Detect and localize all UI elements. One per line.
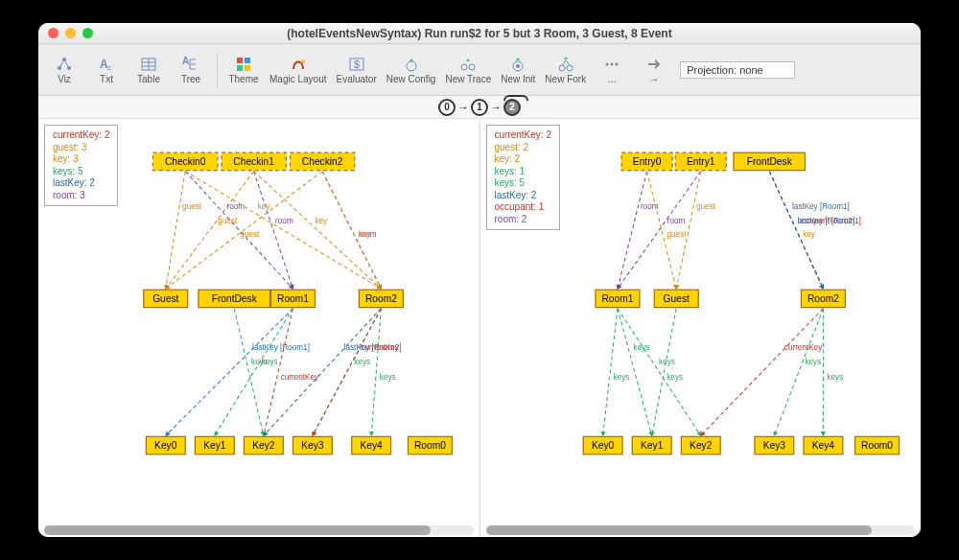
- legend-row-key: key: 3: [53, 153, 109, 166]
- edge-lastKey: [769, 172, 823, 290]
- toolbar-new-config-button[interactable]: New Config: [383, 47, 440, 93]
- edge-room: [617, 172, 700, 290]
- node-label-Room0: Room0: [861, 440, 893, 451]
- legend-right: currentKey: 2guest: 2key: 2keys: 1keys: …: [486, 125, 560, 230]
- scrollbar-h-left[interactable]: [44, 525, 474, 535]
- toolbar-magic-layout-button[interactable]: Magic Layout: [266, 47, 330, 93]
- node-label-Key1: Key1: [641, 440, 664, 451]
- edge-keys: [774, 309, 823, 436]
- svg-point-0: [62, 58, 66, 61]
- graph-pane-right[interactable]: currentKey: 2guest: 2key: 2keys: 1keys: …: [480, 119, 922, 537]
- edge-label-lastKey: lastKey [Room1]: [791, 202, 849, 211]
- svg-point-21: [516, 64, 520, 68]
- legend-left: currentKey: 2guest: 3key: 3keys: 5lastKe…: [44, 125, 118, 206]
- txt-icon: Az: [97, 55, 116, 74]
- edge-keys: [617, 309, 700, 436]
- viz-icon: [55, 55, 74, 74]
- legend-row-keys: keys: 5: [495, 177, 551, 190]
- legend-row-currentKey: currentKey: 2: [495, 129, 551, 142]
- more-icon: [602, 55, 621, 74]
- toolbar-label: Evaluator: [336, 74, 376, 84]
- trace-arrow-icon: →: [490, 101, 502, 114]
- edge-label-keys: keys: [380, 373, 396, 382]
- legend-row-room: room: 2: [495, 214, 551, 226]
- toolbar-new-init-button[interactable]: New Init: [497, 47, 539, 93]
- toolbar-label: New Config: [386, 74, 436, 84]
- titlebar[interactable]: (hotelEventsNewSyntax) Run run$2 for 5 b…: [38, 23, 921, 44]
- toolbar-tree-button[interactable]: ATree: [171, 47, 211, 93]
- legend-row-key: key: 2: [495, 153, 551, 166]
- svg-text:$: $: [354, 58, 360, 70]
- trace-step-2[interactable]: 2: [503, 99, 521, 116]
- edge-label-key: key: [258, 202, 271, 211]
- node-label-Guest: Guest: [663, 293, 689, 304]
- edge-keys: [234, 309, 264, 436]
- toolbar-label: Txt: [100, 74, 113, 84]
- minimize-icon[interactable]: [65, 28, 76, 38]
- legend-row-currentKey: currentKey: 2: [53, 129, 109, 142]
- edge-label-guest: guest: [182, 202, 202, 211]
- svg-point-17: [407, 61, 416, 71]
- edge-currentKey: [700, 309, 823, 436]
- edge-room: [254, 172, 293, 290]
- scrollbar-h-right[interactable]: [486, 525, 916, 535]
- node-label-Key2: Key2: [252, 440, 275, 451]
- edge-label-keys: keys: [354, 358, 370, 366]
- node-label-Key2: Key2: [690, 440, 713, 451]
- node-label-Room2: Room2: [807, 293, 838, 304]
- node-label-FrontDesk: FrontDesk: [746, 156, 792, 167]
- trace-icon: [458, 55, 478, 74]
- svg-point-25: [611, 63, 614, 66]
- svg-point-24: [606, 63, 609, 66]
- svg-text:A: A: [182, 56, 189, 66]
- toolbar---button[interactable]: …: [592, 47, 632, 93]
- toolbar-evaluator-button[interactable]: $Evaluator: [332, 47, 380, 93]
- node-label-Checkin0: Checkin0: [165, 156, 206, 167]
- trace-step-1[interactable]: 1: [471, 99, 488, 116]
- trace-step-0[interactable]: 0: [438, 99, 456, 116]
- theme-icon: [234, 55, 253, 74]
- toolbar-table-button[interactable]: Table: [129, 47, 169, 93]
- edge-label-room: room: [667, 217, 685, 225]
- svg-point-23: [567, 65, 573, 71]
- zoom-icon[interactable]: [82, 28, 93, 38]
- edge-label-key: key: [359, 230, 372, 239]
- toolbar-theme-button[interactable]: Theme: [223, 47, 264, 93]
- edge-room: [185, 172, 292, 290]
- tree-icon: A: [181, 55, 200, 74]
- projection-select[interactable]: Projection: none: [680, 61, 795, 79]
- node-label-Key4: Key4: [361, 440, 384, 451]
- toolbar: VizAzTxtTableATreeThemeMagic Layout$Eval…: [38, 44, 921, 96]
- toolbar-new-trace-button[interactable]: New Trace: [441, 47, 495, 93]
- toolbar-label: Theme: [228, 74, 258, 84]
- legend-row-room: room: 3: [53, 190, 109, 202]
- node-label-Entry0: Entry0: [632, 156, 661, 167]
- toolbar---button[interactable]: →: [634, 47, 674, 93]
- edge-label-keys: keys: [251, 358, 268, 366]
- node-label-Room1: Room1: [601, 293, 633, 304]
- legend-row-lastKey: lastKey: 2: [53, 177, 109, 190]
- legend-row-guest: guest: 3: [53, 142, 109, 154]
- edge-label-keys: keys: [805, 358, 821, 366]
- node-label-Key3: Key3: [301, 440, 324, 451]
- edge-label-key: key: [315, 217, 328, 225]
- svg-rect-10: [237, 58, 243, 63]
- toolbar-viz-button[interactable]: Viz: [44, 47, 84, 93]
- node-label-Key4: Key4: [811, 440, 834, 451]
- toolbar-new-fork-button[interactable]: New Fork: [541, 47, 590, 93]
- edge-label-keys: keys: [667, 373, 683, 382]
- node-label-Room0: Room0: [414, 440, 446, 451]
- graph-pane-left[interactable]: currentKey: 2guest: 3key: 3keys: 5lastKe…: [38, 119, 480, 537]
- toolbar-txt-button[interactable]: AzTxt: [86, 47, 127, 93]
- legend-row-guest: guest: 2: [495, 142, 551, 154]
- trace-bar: 0→1→2: [38, 96, 921, 119]
- node-label-Key0: Key0: [592, 440, 615, 451]
- graph-panes: currentKey: 2guest: 3key: 3keys: 5lastKe…: [38, 119, 921, 537]
- legend-row-keys: keys: 1: [495, 166, 551, 178]
- window-title: (hotelEventsNewSyntax) Run run$2 for 5 b…: [38, 27, 921, 40]
- close-icon[interactable]: [48, 28, 58, 38]
- toolbar-label: Magic Layout: [269, 74, 326, 84]
- edge-label-currentKey: currentKey: [281, 373, 319, 382]
- node-label-Room2: Room2: [365, 293, 397, 304]
- node-label-Key0: Key0: [154, 440, 177, 451]
